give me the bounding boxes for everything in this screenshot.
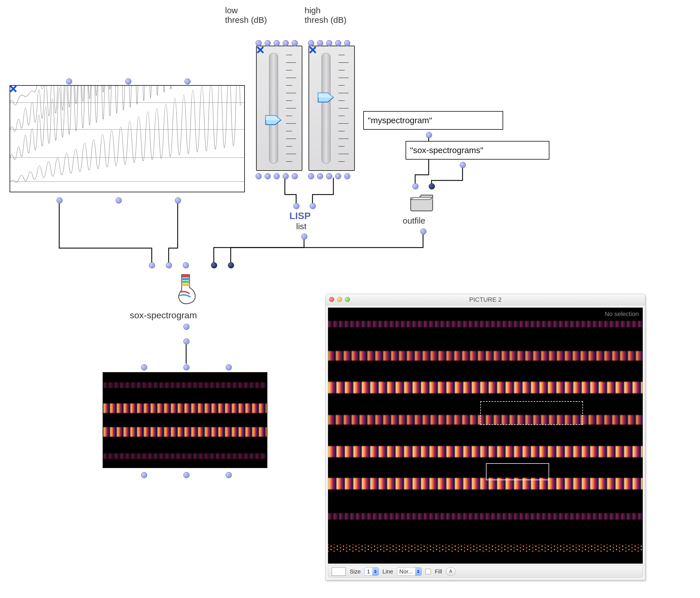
inlet-port[interactable] — [255, 40, 262, 46]
zoom-window-button[interactable] — [345, 297, 350, 302]
list-label: list — [296, 222, 306, 231]
size-value: 1 — [365, 568, 372, 575]
outlet-port[interactable] — [175, 197, 181, 204]
picture-window[interactable]: PICTURE 2 No selection Size 1 — [325, 294, 645, 580]
inlet-port[interactable] — [166, 262, 172, 268]
inlet-port[interactable] — [326, 40, 332, 46]
outlet-port[interactable] — [183, 338, 190, 344]
outlet-port[interactable] — [344, 173, 350, 179]
inlet-port[interactable] — [125, 78, 131, 84]
inlet-port[interactable] — [211, 262, 217, 268]
inlet-port[interactable] — [228, 262, 234, 268]
outlet-port[interactable] — [265, 173, 271, 179]
fill-checkbox[interactable] — [425, 569, 431, 574]
slider-track[interactable] — [269, 53, 278, 163]
svg-rect-7 — [182, 284, 190, 286]
line-combo[interactable]: Nor... — [397, 568, 421, 575]
inlet-port[interactable] — [274, 40, 280, 46]
high-thresh-label: high thresh (dB) — [305, 6, 346, 25]
outlet-port[interactable] — [301, 233, 307, 240]
inlet-port[interactable] — [317, 40, 323, 46]
inlet-port[interactable] — [183, 364, 190, 370]
high-thresh-slider[interactable] — [308, 46, 355, 171]
waveform-box[interactable] — [9, 85, 245, 192]
inlet-port[interactable] — [344, 40, 350, 46]
svg-rect-6 — [182, 281, 190, 283]
lisp-keyword: LISP — [290, 210, 311, 221]
outlet-port[interactable] — [141, 472, 147, 478]
inlet-port[interactable] — [184, 78, 191, 84]
line-value: Nor... — [397, 568, 415, 575]
inlet-port[interactable] — [265, 40, 271, 46]
outlet-port[interactable] — [116, 197, 122, 204]
outlet-port[interactable] — [308, 173, 314, 179]
outlet-port[interactable] — [183, 472, 190, 478]
inlet-port[interactable] — [226, 364, 232, 370]
outlet-port[interactable] — [282, 173, 289, 179]
folder-icon[interactable] — [409, 192, 434, 212]
size-label: Size — [350, 568, 361, 575]
spectrogram-preview[interactable] — [103, 372, 267, 468]
inlet-port[interactable] — [293, 203, 300, 209]
sox-spectrogram-label: sox-spectrogram — [130, 310, 197, 320]
fill-label: Fill — [435, 568, 442, 575]
color-swatch[interactable] — [332, 567, 346, 576]
outfile-label: outfile — [403, 216, 425, 226]
outlet-port[interactable] — [292, 173, 298, 179]
string-box-myspectrogram[interactable]: "myspectrogram" — [363, 111, 503, 130]
inlet-port[interactable] — [335, 40, 341, 46]
outlet-port[interactable] — [460, 162, 466, 168]
outlet-port[interactable] — [420, 228, 426, 235]
picture-canvas[interactable]: No selection — [328, 308, 643, 564]
svg-rect-4 — [182, 275, 190, 278]
inlet-port[interactable] — [282, 40, 289, 46]
close-window-button[interactable] — [329, 297, 334, 302]
svg-rect-5 — [182, 278, 190, 280]
picture-toolbar: Size 1 Line Nor... Fill A — [328, 565, 643, 578]
close-icon[interactable] — [256, 46, 265, 54]
slider-track[interactable] — [322, 53, 330, 163]
stepper-buttons[interactable] — [372, 568, 378, 575]
outlet-port[interactable] — [56, 197, 62, 204]
inlet-port[interactable] — [308, 40, 314, 46]
outlet-port[interactable] — [255, 173, 262, 179]
waveform-display — [10, 86, 244, 192]
string-value: "sox-spectrograms" — [410, 146, 483, 155]
low-thresh-label: low thresh (dB) — [225, 6, 267, 25]
window-titlebar[interactable]: PICTURE 2 — [326, 294, 645, 306]
traffic-lights[interactable] — [329, 297, 350, 302]
minimize-window-button[interactable] — [337, 297, 342, 302]
slider-ticks — [339, 55, 349, 162]
a-button-label: A — [449, 569, 452, 574]
spectrogram-image — [328, 308, 643, 564]
slider-thumb[interactable] — [265, 114, 282, 126]
string-value: "myspectrogram" — [368, 115, 432, 125]
outlet-port[interactable] — [183, 324, 190, 330]
low-thresh-slider[interactable] — [256, 46, 302, 171]
inlet-port[interactable] — [412, 183, 419, 189]
outlet-port[interactable] — [326, 173, 332, 179]
solid-selection[interactable] — [486, 463, 549, 480]
inlet-port[interactable] — [292, 40, 298, 46]
inlet-port[interactable] — [183, 262, 189, 268]
inlet-port[interactable] — [149, 262, 155, 268]
inlet-port[interactable] — [141, 364, 147, 370]
slider-thumb[interactable] — [318, 92, 334, 104]
outlet-port[interactable] — [274, 173, 280, 179]
size-combo[interactable]: 1 — [365, 568, 378, 575]
sox-icon[interactable] — [174, 274, 196, 305]
inlet-port[interactable] — [310, 203, 316, 209]
outlet-port[interactable] — [335, 173, 341, 179]
outlet-port[interactable] — [226, 472, 232, 478]
dashed-selection[interactable] — [480, 401, 583, 425]
outlet-port[interactable] — [426, 132, 432, 138]
inlet-port[interactable] — [66, 78, 72, 84]
outlet-port[interactable] — [317, 173, 323, 179]
stepper-buttons[interactable] — [415, 568, 421, 575]
inlet-port[interactable] — [429, 183, 435, 189]
close-icon[interactable] — [308, 46, 317, 54]
slider-ticks — [286, 55, 296, 162]
line-label: Line — [382, 568, 393, 575]
string-box-sox-spectrograms[interactable]: "sox-spectrograms" — [405, 141, 549, 160]
a-button[interactable]: A — [446, 568, 455, 575]
